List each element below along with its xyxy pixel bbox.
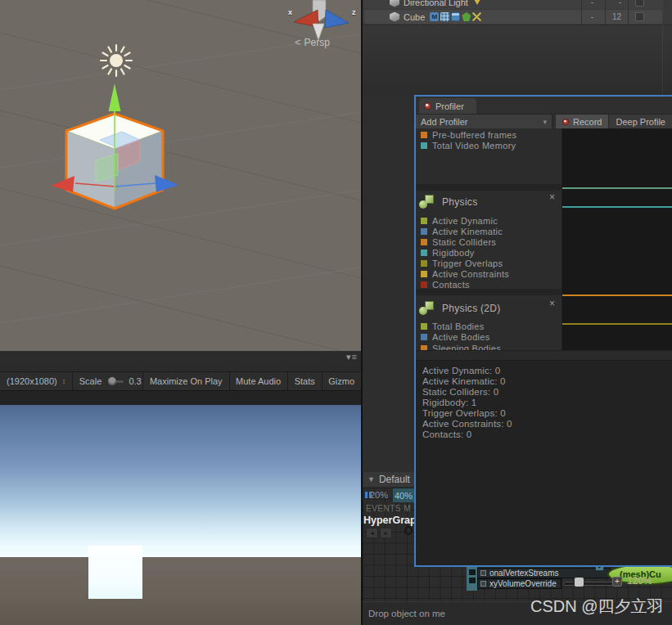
events-label: EVENTS M — [366, 504, 411, 513]
profiler-chart-area[interactable] — [562, 128, 672, 350]
tab-label: Profiler — [435, 101, 464, 111]
physics-icon — [419, 195, 436, 209]
loop-icon[interactable] — [404, 526, 413, 535]
scene-background — [0, 0, 361, 351]
legend-color-swatch — [421, 345, 427, 350]
nav-back-button[interactable]: ◂ — [366, 528, 378, 538]
gizmos-button[interactable]: Gizmo — [322, 372, 361, 390]
scale-slider[interactable] — [108, 372, 124, 390]
chart-series-line — [562, 187, 672, 189]
hypergraph-default-foldout[interactable]: ▼ Default — [363, 471, 420, 488]
legend-item-sleeping-bodies[interactable]: Sleeping Bodies — [421, 344, 501, 350]
row-label: Cube — [404, 12, 425, 22]
physics-module-header[interactable]: Physics × — [419, 191, 560, 213]
tab-profiler[interactable]: Profiler — [419, 98, 476, 114]
persp-text: Persp — [304, 37, 330, 48]
legend-item-static-colliders[interactable]: Static Colliders — [421, 237, 496, 247]
game-cube — [88, 546, 142, 599]
zoom-40-button[interactable]: 40% — [393, 488, 414, 502]
stat-line: Trigger Overlaps: 0 — [422, 408, 672, 419]
nav-forward-button[interactable]: ▸ — [380, 528, 392, 538]
close-icon[interactable]: × — [549, 191, 555, 203]
legend-item-active-bodies[interactable]: Active Bodies — [421, 332, 490, 342]
hierarchy-row-cube[interactable]: Cube M - 12 — [364, 10, 662, 24]
legend-item-rigidbody[interactable]: Rigidbody — [421, 248, 475, 258]
deep-profile-label: Deep Profile — [616, 117, 665, 127]
stepper-arrows-icon: ↕ — [62, 377, 66, 385]
legend-item-active-constraints[interactable]: Active Constraints — [421, 269, 509, 279]
legend-item-trigger-overlaps[interactable]: Trigger Overlaps — [421, 259, 503, 268]
stat-line: Active Constraints: 0 — [422, 419, 672, 429]
legend-color-swatch — [421, 281, 427, 288]
row-value: - — [575, 12, 593, 21]
node-slider-handle[interactable] — [574, 577, 584, 587]
profiler-module-list: Pre-buffered frames Total Video Memory P… — [416, 128, 562, 350]
scale-label: Scale — [73, 372, 109, 390]
profiler-stats-panel: Active Dynamic: 0 Active Kinematic: 0 St… — [416, 361, 672, 565]
gizmo-axis-x-label[interactable]: x — [288, 8, 292, 16]
legend-color-swatch — [421, 239, 427, 245]
record-icon — [562, 119, 569, 125]
stat-line: Active Kinematic: 0 — [422, 376, 672, 387]
node-checkbox[interactable] — [480, 570, 486, 576]
toggle-checkbox[interactable] — [635, 12, 644, 21]
close-icon[interactable]: × — [549, 298, 555, 309]
legend-item-active-kinematic[interactable]: Active Kinematic — [421, 227, 503, 236]
drop-target-label: Drop object on me — [368, 609, 445, 618]
gameobject-icon — [390, 12, 399, 22]
hierarchy-row-directional-light[interactable]: Directional Light - - — [364, 0, 662, 9]
stats-button[interactable]: Stats — [288, 372, 322, 390]
record-button[interactable]: Record — [556, 115, 608, 128]
zoom-20-label[interactable]: 20% — [370, 490, 388, 500]
scale-value: 0.31x — [124, 372, 142, 390]
aspect-dropdown[interactable]: (1920x1080) ↕ — [0, 372, 72, 390]
profiler-toolbar: Add Profiler ▾ Record Deep Profile — [416, 115, 672, 128]
game-toolbar: ▾≡ (1920x1080) ↕ Scale 0.31x Maximize On… — [0, 351, 361, 391]
stat-line: Static Colliders: 0 — [422, 387, 672, 398]
panel-splitter[interactable] — [416, 350, 672, 361]
row-value: - — [603, 0, 621, 7]
foldout-label: Default — [379, 474, 410, 485]
node-checkbox[interactable] — [480, 581, 486, 587]
legend-color-swatch — [421, 271, 427, 277]
node-additional-vertex-streams[interactable]: onalVertexStreams — [477, 568, 611, 578]
physics2d-module-header[interactable]: Physics (2D) × — [419, 297, 560, 319]
stat-line: Contacts: 0 — [422, 429, 672, 440]
legend-color-swatch — [421, 334, 427, 340]
row-value: 12 — [603, 12, 621, 21]
legend-item-total-bodies[interactable]: Total Bodies — [421, 321, 485, 331]
node-proxy-volume-override[interactable]: xyVolumeOverride — [477, 578, 562, 589]
node-pin-strip[interactable] — [467, 567, 477, 591]
toggle-checkbox[interactable] — [635, 0, 644, 7]
persp-label[interactable]: < Persp — [295, 36, 330, 48]
profiler-tabbar: Profiler — [416, 97, 672, 115]
node-slider-track[interactable] — [563, 582, 619, 586]
row-label: Directional Light — [404, 0, 468, 7]
legend-color-swatch — [421, 228, 427, 235]
legend-item-prebuffered-frames[interactable]: Pre-buffered frames — [421, 130, 516, 140]
section-gap — [416, 289, 562, 295]
gizmo-icon — [472, 12, 481, 21]
legend-item-active-dynamic[interactable]: Active Dynamic — [421, 216, 498, 226]
light-icon — [474, 0, 480, 5]
add-profiler-dropdown[interactable]: Add Profiler ▾ — [416, 115, 552, 128]
legend-color-swatch — [421, 260, 427, 267]
deep-profile-button[interactable]: Deep Profile — [608, 115, 672, 128]
game-ground — [0, 557, 361, 625]
zoom-in-button[interactable]: + — [612, 577, 622, 587]
gizmo-axis-z-label[interactable]: z — [352, 8, 356, 16]
panel-menu-icon[interactable]: ▾≡ — [346, 352, 358, 362]
scene-view[interactable]: x z < Persp — [0, 0, 361, 351]
record-label: Record — [573, 117, 602, 127]
mute-audio-button[interactable]: Mute Audio — [229, 372, 287, 390]
profiler-icon — [424, 102, 431, 110]
scene-canvas[interactable] — [0, 0, 361, 351]
maximize-on-play-button[interactable]: Maximize On Play — [143, 372, 229, 390]
chevron-down-icon: ▾ — [543, 118, 547, 126]
node-label: xyVolumeOverride — [489, 579, 557, 588]
foldout-triangle-icon: ▼ — [368, 475, 375, 483]
legend-color-swatch — [421, 323, 427, 330]
scrollbar-line — [662, 0, 663, 95]
legend-item-total-video-memory[interactable]: Total Video Memory — [421, 141, 516, 151]
aspect-dropdown-label: (1920x1080) — [7, 376, 57, 386]
